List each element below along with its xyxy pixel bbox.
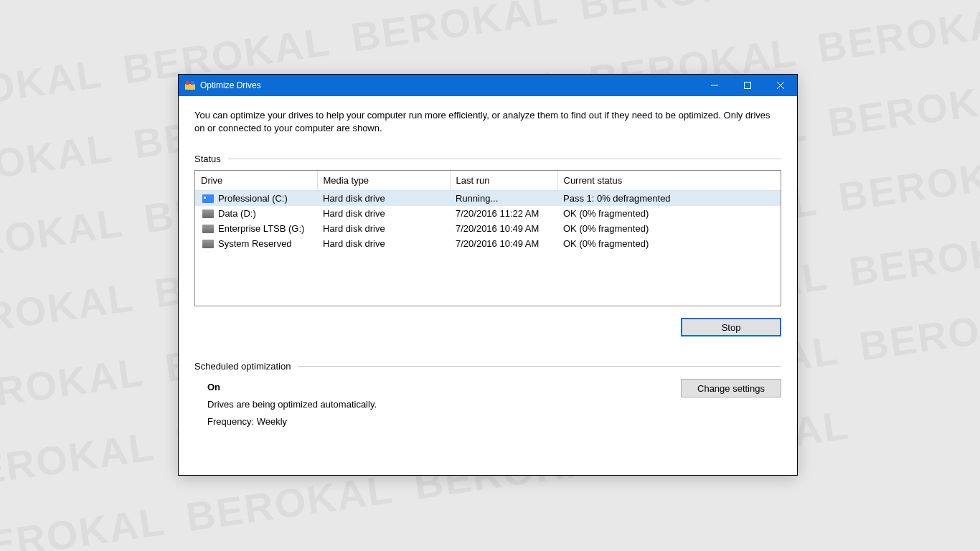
minimize-button[interactable] [698,75,731,96]
drive-cell: Enterprise LTSB (G:) [195,221,317,236]
status-cell: OK (0% fragmented) [557,221,781,236]
table-row[interactable]: System ReservedHard disk drive7/20/2016 … [195,236,781,251]
drive-name: System Reserved [218,238,292,249]
table-row[interactable]: Enterprise LTSB (G:)Hard disk drive7/20/… [195,221,781,236]
titlebar[interactable]: Optimize Drives [179,75,797,96]
svg-rect-2 [191,81,194,85]
scheduled-label-text: Scheduled optimization [194,361,291,372]
scheduled-state: On [207,379,666,396]
scheduled-text: On Drives are being optimized automatica… [207,379,666,430]
drive-disk-icon [202,225,214,233]
divider [228,159,781,159]
col-last-run[interactable]: Last run [450,171,557,191]
status-label-text: Status [194,154,221,164]
drives-table-container: Drive Media type Last run Current status… [194,170,781,306]
table-row[interactable]: Data (D:)Hard disk drive7/20/2016 11:22 … [195,206,781,221]
drive-disk-icon [202,240,214,248]
media-cell: Hard disk drive [317,221,450,236]
table-row[interactable]: Professional (C:)Hard disk driveRunning.… [195,191,781,207]
media-cell: Hard disk drive [317,206,450,221]
table-header-row: Drive Media type Last run Current status [195,171,781,191]
svg-rect-0 [185,84,195,90]
scheduled-frequency: Frequency: Weekly [207,413,666,430]
status-cell: Pass 1: 0% defragmented [557,191,781,207]
change-settings-button[interactable]: Change settings [681,379,781,397]
status-cell: OK (0% fragmented) [557,236,781,251]
drives-table[interactable]: Drive Media type Last run Current status… [195,171,781,251]
scheduled-section-label: Scheduled optimization [194,361,781,372]
window-controls [698,75,797,96]
optimize-drives-window: Optimize Drives You can optimize your dr… [178,74,798,476]
col-media[interactable]: Media type [317,171,450,191]
status-cell: OK (0% fragmented) [557,206,781,221]
scheduled-body: On Drives are being optimized automatica… [194,379,781,430]
media-cell: Hard disk drive [317,236,450,251]
drive-cell: System Reserved [195,236,317,251]
app-icon [184,80,196,91]
close-button[interactable] [764,75,797,96]
last-run-cell: 7/20/2016 11:22 AM [450,206,557,221]
last-run-cell: Running... [450,191,557,207]
window-content: You can optimize your drives to help you… [179,96,797,446]
scheduled-desc: Drives are being optimized automatically… [207,396,666,413]
intro-text: You can optimize your drives to help you… [194,109,781,135]
status-section-label: Status [194,154,781,164]
svg-rect-4 [745,83,751,89]
stop-button[interactable]: Stop [681,318,781,336]
divider [298,366,781,367]
media-cell: Hard disk drive [317,191,450,207]
svg-rect-1 [186,81,189,85]
last-run-cell: 7/20/2016 10:49 AM [450,236,557,251]
drive-name: Data (D:) [218,208,256,219]
drives-table-body: Professional (C:)Hard disk driveRunning.… [195,191,781,252]
drive-cell: Professional (C:) [195,191,317,207]
window-title: Optimize Drives [200,80,698,90]
action-button-row: Stop [194,318,781,336]
maximize-button[interactable] [731,75,764,96]
drive-name: Enterprise LTSB (G:) [218,223,304,234]
last-run-cell: 7/20/2016 10:49 AM [450,221,557,236]
drive-cell: Data (D:) [195,206,317,221]
drive-disk-icon [202,209,214,218]
scheduled-section: Scheduled optimization On Drives are bei… [194,361,781,430]
col-status[interactable]: Current status [557,171,781,191]
col-drive[interactable]: Drive [195,171,317,191]
drive-name: Professional (C:) [218,193,288,204]
drive-primary-icon [202,194,214,203]
